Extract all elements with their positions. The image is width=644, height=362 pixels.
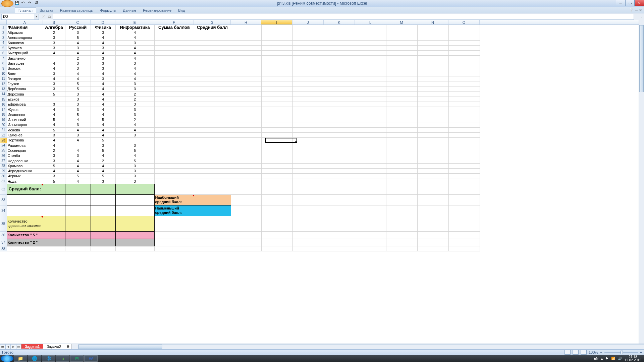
cell[interactable] <box>386 81 417 86</box>
cell[interactable]: 3 <box>115 40 154 45</box>
maximize-button[interactable]: ▭ <box>625 0 635 6</box>
row-header[interactable]: 14 <box>0 92 7 97</box>
cell[interactable]: 3 <box>91 56 115 61</box>
cell[interactable] <box>448 56 480 61</box>
col-header[interactable]: B <box>43 20 65 24</box>
cell[interactable] <box>417 153 448 158</box>
cell[interactable] <box>194 35 231 40</box>
row-header[interactable]: 36 <box>0 231 7 239</box>
cell[interactable] <box>194 194 231 205</box>
cell[interactable]: 4 <box>43 138 65 143</box>
cell[interactable] <box>261 169 292 174</box>
tray-up-icon[interactable]: ▴ <box>601 357 603 360</box>
cell[interactable] <box>355 45 386 50</box>
cell[interactable] <box>417 216 448 231</box>
view-layout-icon[interactable] <box>573 350 579 355</box>
cell[interactable] <box>43 216 65 231</box>
cell[interactable]: 2 <box>43 148 65 153</box>
cell[interactable] <box>355 143 386 148</box>
cell[interactable]: 2 <box>115 97 154 102</box>
row-header[interactable]: 37 <box>0 239 7 246</box>
cell[interactable] <box>386 138 417 143</box>
cell[interactable] <box>231 92 261 97</box>
cell[interactable]: 3 <box>65 97 91 102</box>
cell[interactable] <box>386 231 417 239</box>
cell[interactable] <box>261 107 292 112</box>
cell[interactable]: 5 <box>43 163 65 168</box>
cell[interactable] <box>43 239 65 246</box>
cell[interactable] <box>448 71 480 76</box>
cell[interactable] <box>448 132 480 137</box>
cell[interactable] <box>261 40 292 45</box>
cell[interactable] <box>7 194 43 205</box>
cell[interactable] <box>417 205 448 216</box>
cell[interactable]: Сумма баллов <box>154 25 194 30</box>
cell[interactable]: Еськов <box>7 97 43 102</box>
cell[interactable] <box>355 66 386 71</box>
cell[interactable] <box>194 40 231 45</box>
cell[interactable]: Ярда <box>7 179 43 184</box>
namebox-dropdown-icon[interactable]: ▼ <box>34 14 39 20</box>
cell[interactable] <box>91 231 115 239</box>
cell[interactable]: 4 <box>115 153 154 158</box>
cell[interactable] <box>231 127 261 132</box>
row-header[interactable]: 7 <box>0 56 7 61</box>
cell[interactable] <box>261 138 292 143</box>
cell[interactable] <box>355 163 386 168</box>
cell[interactable] <box>154 153 194 158</box>
cell[interactable]: 4 <box>65 76 91 81</box>
cell[interactable]: 4 <box>115 35 154 40</box>
row-header[interactable]: 11 <box>0 76 7 81</box>
cell[interactable]: Наименьший средний балл: <box>154 205 194 216</box>
cell[interactable]: 4 <box>91 97 115 102</box>
cell[interactable] <box>292 102 324 107</box>
cell[interactable] <box>231 97 261 102</box>
view-break-icon[interactable] <box>581 350 587 355</box>
col-header[interactable]: K <box>324 20 355 24</box>
cell[interactable] <box>417 148 448 153</box>
cell[interactable] <box>386 56 417 61</box>
cell[interactable]: 3 <box>91 66 115 71</box>
cell[interactable] <box>292 92 324 97</box>
cell[interactable] <box>231 205 261 216</box>
cell[interactable]: 3 <box>65 102 91 107</box>
cell[interactable]: 3 <box>115 107 154 112</box>
cell[interactable]: 3 <box>91 143 115 148</box>
cell[interactable] <box>261 179 292 184</box>
cell[interactable]: 3 <box>43 40 65 45</box>
row-header[interactable]: 13 <box>0 86 7 92</box>
cell[interactable] <box>448 30 480 35</box>
cell[interactable] <box>386 127 417 132</box>
cell[interactable] <box>194 148 231 153</box>
cell[interactable] <box>324 153 355 158</box>
zoom-level[interactable]: 100% <box>589 350 598 354</box>
cell[interactable] <box>231 148 261 153</box>
name-box[interactable]: I23 <box>1 14 34 20</box>
cell[interactable] <box>355 127 386 132</box>
sheet-tab-2[interactable]: Задача2 <box>43 344 65 349</box>
cell[interactable] <box>324 138 355 143</box>
row-header[interactable]: 35 <box>0 216 7 231</box>
cell[interactable] <box>417 117 448 122</box>
cell[interactable]: 5 <box>43 117 65 122</box>
cell[interactable] <box>154 179 194 184</box>
cell[interactable] <box>261 81 292 86</box>
cell[interactable]: 5 <box>91 174 115 179</box>
clock[interactable]: 21:1812.02.2015 <box>625 355 641 362</box>
cell[interactable] <box>7 205 43 216</box>
cell[interactable]: 2 <box>65 56 91 61</box>
cell[interactable]: 3 <box>43 102 65 107</box>
cell[interactable] <box>386 51 417 56</box>
col-header[interactable]: M <box>386 20 417 24</box>
cell[interactable] <box>324 40 355 45</box>
view-normal-icon[interactable] <box>565 350 571 355</box>
cell[interactable]: Ильмаяров <box>7 122 43 127</box>
cell[interactable] <box>261 122 292 127</box>
cell[interactable] <box>386 71 417 76</box>
cell[interactable] <box>261 92 292 97</box>
cell[interactable]: 3 <box>115 143 154 148</box>
cell[interactable] <box>231 30 261 35</box>
cell[interactable] <box>417 66 448 71</box>
row-header[interactable]: 10 <box>0 71 7 76</box>
tab-prev-icon[interactable]: ◀ <box>5 344 11 349</box>
